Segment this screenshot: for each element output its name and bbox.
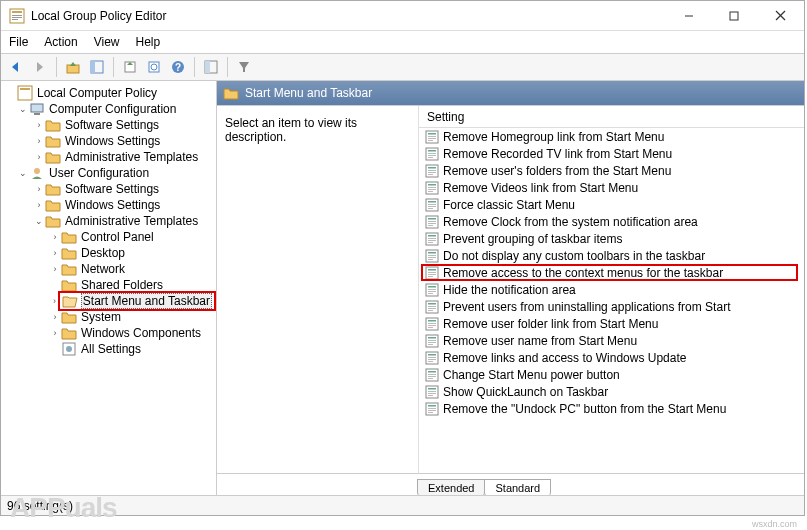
chevron-right-icon[interactable]: ›	[49, 264, 61, 274]
svg-rect-98	[428, 374, 436, 375]
menu-help[interactable]: Help	[136, 35, 161, 49]
minimize-button[interactable]	[666, 1, 711, 30]
tab-extended[interactable]: Extended	[417, 479, 485, 495]
svg-rect-62	[428, 252, 436, 254]
setting-label: Remove Videos link from Start Menu	[443, 181, 638, 195]
tree-start-menu-taskbar[interactable]: › Start Menu and Taskbar	[5, 293, 216, 309]
up-button[interactable]	[62, 56, 84, 78]
svg-rect-11	[91, 61, 95, 73]
chevron-right-icon[interactable]: ›	[49, 328, 61, 338]
chevron-right-icon[interactable]: ›	[49, 232, 61, 242]
settings-list[interactable]: Remove Homegroup link from Start MenuRem…	[419, 128, 804, 473]
chevron-right-icon[interactable]: ›	[49, 248, 61, 258]
policy-item-icon	[425, 402, 439, 416]
setting-item[interactable]: Change Start Menu power button	[419, 366, 804, 383]
filter-button[interactable]	[233, 56, 255, 78]
chevron-down-icon[interactable]: ⌄	[17, 168, 29, 178]
tree-control-panel[interactable]: › Control Panel	[5, 229, 216, 245]
svg-rect-42	[428, 184, 436, 186]
svg-rect-27	[428, 133, 436, 135]
tree-label: Computer Configuration	[48, 102, 177, 116]
back-button[interactable]	[5, 56, 27, 78]
svg-rect-57	[428, 235, 436, 237]
chevron-down-icon[interactable]: ⌄	[17, 104, 29, 114]
column-header-label: Setting	[427, 110, 464, 124]
tree-label: Desktop	[80, 246, 126, 260]
svg-rect-80	[428, 310, 433, 311]
setting-item[interactable]: Hide the notification area	[419, 281, 804, 298]
svg-rect-79	[428, 308, 436, 309]
chevron-right-icon[interactable]: ›	[33, 200, 45, 210]
menu-action[interactable]: Action	[44, 35, 77, 49]
tree-pane-icon	[90, 60, 104, 74]
refresh-button[interactable]	[143, 56, 165, 78]
close-button[interactable]	[756, 1, 804, 30]
export-list-button[interactable]	[119, 56, 141, 78]
tree-all-settings[interactable]: All Settings	[5, 341, 216, 357]
setting-item[interactable]: Remove the "Undock PC" button from the S…	[419, 400, 804, 417]
tree-windows-components[interactable]: › Windows Components	[5, 325, 216, 341]
setting-item[interactable]: Remove Clock from the system notificatio…	[419, 213, 804, 230]
setting-item[interactable]: Remove user name from Start Menu	[419, 332, 804, 349]
setting-item[interactable]: Remove user folder link from Start Menu	[419, 315, 804, 332]
setting-item[interactable]: Remove Recorded TV link from Start Menu	[419, 145, 804, 162]
menu-file[interactable]: File	[9, 35, 28, 49]
setting-item[interactable]: Show QuickLaunch on Taskbar	[419, 383, 804, 400]
chevron-right-icon[interactable]: ›	[33, 184, 45, 194]
properties-button[interactable]	[200, 56, 222, 78]
menu-view[interactable]: View	[94, 35, 120, 49]
setting-item[interactable]: Remove links and access to Windows Updat…	[419, 349, 804, 366]
tree-cc-software[interactable]: › Software Settings	[5, 117, 216, 133]
tree-network[interactable]: › Network	[5, 261, 216, 277]
svg-rect-74	[428, 291, 436, 292]
tree-root[interactable]: Local Computer Policy	[5, 85, 216, 101]
svg-rect-37	[428, 167, 436, 169]
svg-rect-97	[428, 371, 436, 373]
minimize-icon	[684, 11, 694, 21]
tree-desktop[interactable]: › Desktop	[5, 245, 216, 261]
tree-cc-admin[interactable]: › Administrative Templates	[5, 149, 216, 165]
svg-rect-87	[428, 337, 436, 339]
setting-item[interactable]: Prevent users from uninstalling applicat…	[419, 298, 804, 315]
setting-item[interactable]: Remove Homegroup link from Start Menu	[419, 128, 804, 145]
maximize-button[interactable]	[711, 1, 756, 30]
tree-label: Network	[80, 262, 126, 276]
chevron-right-icon[interactable]: ›	[33, 152, 45, 162]
svg-rect-67	[428, 269, 436, 271]
chevron-right-icon[interactable]: ›	[49, 312, 61, 322]
setting-item[interactable]: Force classic Start Menu	[419, 196, 804, 213]
folder-icon	[61, 245, 77, 261]
svg-rect-48	[428, 204, 436, 205]
setting-item[interactable]: Remove user's folders from the Start Men…	[419, 162, 804, 179]
show-hide-tree-button[interactable]	[86, 56, 108, 78]
svg-rect-43	[428, 187, 436, 188]
help-button[interactable]: ?	[167, 56, 189, 78]
tree-cc-windows[interactable]: › Windows Settings	[5, 133, 216, 149]
svg-rect-93	[428, 357, 436, 358]
tree-user-config[interactable]: ⌄ User Configuration	[5, 165, 216, 181]
svg-rect-59	[428, 240, 436, 241]
tab-label: Standard	[495, 482, 540, 494]
tree-system[interactable]: › System	[5, 309, 216, 325]
setting-item[interactable]: Remove access to the context menus for t…	[419, 264, 804, 281]
setting-item[interactable]: Do not display any custom toolbars in th…	[419, 247, 804, 264]
tree-uc-admin[interactable]: ⌄ Administrative Templates	[5, 213, 216, 229]
setting-item[interactable]: Remove Videos link from Start Menu	[419, 179, 804, 196]
description-text: Select an item to view its description.	[225, 116, 357, 144]
chevron-down-icon[interactable]: ⌄	[33, 216, 45, 226]
forward-button[interactable]	[29, 56, 51, 78]
chevron-right-icon[interactable]: ›	[33, 120, 45, 130]
tree-pane[interactable]: Local Computer Policy ⌄ Computer Configu…	[1, 81, 217, 495]
tree-uc-windows[interactable]: › Windows Settings	[5, 197, 216, 213]
tree-label: User Configuration	[48, 166, 150, 180]
svg-rect-30	[428, 140, 433, 141]
tree-uc-software[interactable]: › Software Settings	[5, 181, 216, 197]
column-header-setting[interactable]: Setting	[419, 106, 804, 128]
setting-item[interactable]: Prevent grouping of taskbar items	[419, 230, 804, 247]
tab-standard[interactable]: Standard	[484, 479, 551, 495]
svg-rect-34	[428, 155, 436, 156]
setting-label: Remove access to the context menus for t…	[443, 266, 723, 280]
chevron-right-icon[interactable]: ›	[33, 136, 45, 146]
tree-computer-config[interactable]: ⌄ Computer Configuration	[5, 101, 216, 117]
description-column: Select an item to view its description.	[217, 106, 419, 473]
